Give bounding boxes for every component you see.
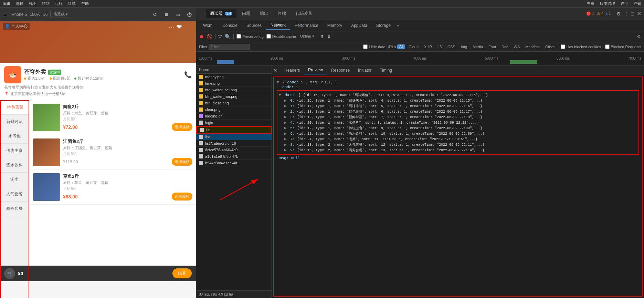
filter-other[interactable]: Other [543,44,557,49]
hide-data-urls-label[interactable]: Hide data URLs [363,44,396,49]
personal-center-link[interactable]: 👤 个人中心 [3,23,30,30]
preserve-log-checkbox[interactable] [236,34,241,39]
category-item-7[interactable]: 商务套餐 [0,202,29,216]
filter-cloud[interactable]: Cloud [407,44,421,49]
devtools-tab-debugger[interactable]: 调试器 1,4 [206,9,236,18]
blocked-cookies-label[interactable]: Has blocked cookies [561,44,601,49]
file-item-btn-waiter-nor[interactable]: btn_waiter_nor.png [196,93,272,100]
menu-help[interactable]: 帮助 [81,1,89,6]
json-item-2-arrow[interactable]: ▶ [284,110,287,114]
detail-tab-initiator[interactable]: Initiator [354,66,376,74]
json-item-4-arrow[interactable]: ▶ [284,121,287,125]
file-item-list-highlighted[interactable]: list [196,126,272,134]
devtools-tab-issues[interactable]: 问题 [238,9,254,18]
detail-tab-preview[interactable]: Preview [304,66,327,74]
detail-tab-timing[interactable]: Timing [376,66,396,74]
search-button[interactable]: 🔍 [225,34,231,39]
json-item-3-arrow[interactable]: ▶ [284,115,287,119]
category-item-2[interactable]: 水煮鱼 [0,129,29,144]
detail-tab-headers[interactable]: Headers [280,66,304,74]
file-item-login[interactable]: login [196,120,272,126]
panel-tab-wxml[interactable]: Wxml [199,22,218,29]
panel-tab-memory[interactable]: Memory [323,22,346,29]
file-item-money[interactable]: money.png [196,74,272,80]
filter-media[interactable]: Media [471,44,485,49]
json-item-0-arrow[interactable]: ▶ [284,99,287,103]
filter-all-button[interactable]: All [397,44,405,49]
select-spec-btn-1[interactable]: 选择规格 [172,158,192,166]
category-item-4[interactable]: 酒水饮料 [0,158,29,173]
file-item-8cfcc576[interactable]: 8cfcc576-4b66-4a0. [196,147,272,153]
menu-vcs[interactable]: 版本管理 [600,1,615,6]
preserve-log-label[interactable]: Preserve log [236,34,264,39]
panel-tab-console[interactable]: Console [218,22,242,29]
select-spec-btn-0[interactable]: 选择规格 [172,123,192,131]
panel-tab-appdata[interactable]: AppData [347,22,371,29]
file-item-list-category[interactable]: list?categoryId=16 [196,140,272,147]
cart-icon[interactable]: 🛒 [4,268,15,279]
json-item-9-arrow[interactable]: ▶ [284,148,287,152]
file-item-lodding[interactable]: lodding.gif [196,113,272,120]
filter-doc[interactable]: Doc [499,44,510,49]
hide-data-urls-checkbox[interactable] [363,44,368,49]
filter-img[interactable]: Img [459,44,469,49]
checkout-button[interactable]: 结算 [172,268,192,278]
panel-tab-sources[interactable]: Sources [242,22,266,29]
blocked-cookies-checkbox[interactable] [561,44,565,49]
menu-terminal[interactable]: 终端 [68,1,76,6]
clear-button[interactable]: 🚫 [207,34,212,39]
menu-run[interactable]: 运行 [55,1,63,6]
disable-cache-label[interactable]: Disable cache [266,34,296,39]
menu-edit[interactable]: 编辑 [3,1,10,6]
refresh-icon[interactable]: ↺ [153,12,157,17]
devtools-tab-terminal[interactable]: 终端 [274,9,290,18]
detail-tab-response[interactable]: Response [327,66,354,74]
file-item-b544d3ba[interactable]: b544d3ba-a1ae-4d. [196,160,272,166]
menu-home[interactable]: 主页 [587,1,594,6]
json-item-8-arrow[interactable]: ▶ [284,143,287,147]
filter-font[interactable]: Font [486,44,498,49]
stop-icon[interactable]: ⏹ [164,12,169,17]
blocked-requests-label[interactable]: Blocked Requests [605,44,641,49]
power-icon[interactable]: ⏻ [187,12,192,17]
menu-goto[interactable]: 转到 [42,1,50,6]
panel-tab-storage[interactable]: Storage [372,22,395,29]
json-item-7-arrow[interactable]: ▶ [284,137,287,141]
file-item-list-selected[interactable]: list [196,134,272,140]
category-item-6[interactable]: 人气套餐 [0,187,29,202]
blocked-requests-checkbox[interactable] [605,44,610,49]
category-item-1[interactable]: 新鲜时蔬 [0,115,29,129]
json-item-5-arrow[interactable]: ▶ [284,126,287,130]
category-item-5[interactable]: 汤类 [0,173,29,187]
heart-icon[interactable]: ❤ [176,23,182,31]
more-panels-icon[interactable]: » [397,23,399,28]
filter-xhr[interactable]: XHR [422,44,434,49]
network-settings-icon[interactable]: ⚙ [637,34,641,39]
record-stop-button[interactable]: ⏺ [199,34,204,39]
panel-tab-performance[interactable]: Performance [291,22,323,29]
detail-close-button[interactable]: ✕ [273,68,277,73]
file-item-clear[interactable]: clear.png [196,106,272,113]
more-icon[interactable]: ··· [168,23,174,31]
online-selector[interactable]: Online ▾ [300,34,314,39]
file-item-a101a1e9[interactable]: a101a1e9-8f8b-47b [196,153,272,160]
close-devtools-button[interactable]: ✕ [637,10,641,17]
devtools-tab-output[interactable]: 输出 [256,9,272,18]
file-item-btn-waiter-sel[interactable]: btn_waiter_sel.png [196,87,272,93]
filter-icon-button[interactable]: ▽ [218,34,222,39]
filter-js[interactable]: JS [435,44,444,49]
more-options-icon[interactable]: ⋮ [624,11,629,17]
devtools-tab-quality[interactable]: 代码质量 [292,9,316,18]
menu-logout[interactable]: 注销 [634,1,641,6]
phone-view-icon[interactable]: ▭ [176,12,180,17]
json-item-1-arrow[interactable]: ▶ [284,104,287,108]
hot-reload-button[interactable]: 热重载 ▾ [50,11,71,18]
category-item-3[interactable]: 传统主食 [0,144,29,158]
file-item-but-close[interactable]: but_close.png [196,100,272,106]
phone-contact-icon[interactable]: 📞 [184,71,192,79]
filter-manifest[interactable]: Manifest [523,44,542,49]
maximize-icon[interactable]: □ [631,11,634,17]
select-spec-btn-2[interactable]: 选择规格 [172,193,192,201]
category-item-0[interactable]: 特色蒸菜 [0,100,29,115]
json-data-arrow[interactable]: ▼ [279,93,281,97]
